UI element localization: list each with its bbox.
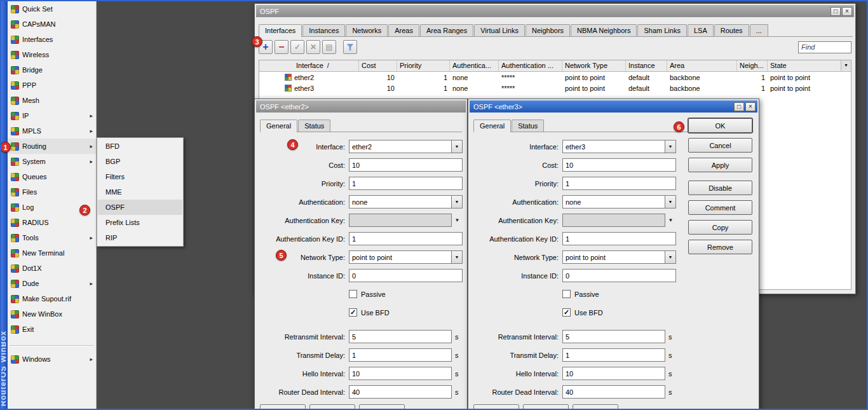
cutoff-button[interactable] [260, 404, 306, 409]
sidebar-item-exit[interactable]: Exit [8, 322, 96, 337]
disable-button[interactable]: ✕ [306, 40, 320, 54]
comment-button[interactable]: Comment [688, 200, 752, 215]
column-header-area[interactable]: Area [667, 60, 737, 71]
disable-button[interactable]: Disable [688, 181, 752, 195]
sidebar-item-files[interactable]: Files [8, 184, 96, 200]
cutoff-button[interactable] [359, 404, 405, 409]
submenu-item-bgp[interactable]: BGP [98, 154, 182, 169]
tab-nbma-neighbors[interactable]: NBMA Neighbors [571, 24, 637, 36]
sidebar-item-queues[interactable]: Queues [8, 169, 96, 184]
dropdown-arrow-icon[interactable]: ▼ [452, 140, 463, 153]
sidebar-item-capsman[interactable]: CAPsMAN [8, 17, 96, 32]
passive-checkbox[interactable] [349, 290, 357, 298]
cutoff-button[interactable] [573, 404, 618, 409]
comment-button[interactable]: ▤ [322, 40, 336, 54]
instance-id-input[interactable]: 0 [562, 269, 676, 282]
tab-area-ranges[interactable]: Area Ranges [420, 24, 473, 36]
tab-networks[interactable]: Networks [346, 24, 388, 36]
tab-status[interactable]: Status [298, 120, 330, 132]
tab-virtual-links[interactable]: Virtual Links [474, 24, 525, 36]
interface-input[interactable]: ether2 [349, 140, 452, 153]
remove-button[interactable]: Remove [688, 240, 752, 254]
apply-button[interactable]: Apply [688, 158, 752, 172]
submenu-item-filters[interactable]: Filters [98, 169, 182, 184]
dropdown-arrow-icon[interactable]: ▼ [452, 217, 463, 223]
authentication-key-input[interactable] [562, 214, 665, 227]
router-dead-interval-input[interactable]: 40 [562, 385, 665, 399]
copy-button[interactable]: Copy [688, 220, 752, 235]
cutoff-button[interactable] [523, 404, 569, 409]
authentication-input[interactable]: none [349, 195, 452, 208]
maximize-button[interactable]: □ [734, 102, 744, 111]
sidebar-item-make-supout-rif[interactable]: Make Supout.rif [8, 291, 96, 306]
tab-routes[interactable]: Routes [714, 24, 749, 36]
dropdown-arrow-icon[interactable]: ▼ [452, 195, 463, 208]
filter-button[interactable] [343, 40, 357, 54]
sidebar-item-interfaces[interactable]: Interfaces [8, 32, 96, 47]
interface-input[interactable]: ether3 [562, 140, 665, 153]
network-type-input[interactable]: point to point [562, 250, 665, 264]
dropdown-arrow-icon[interactable]: ▼ [452, 250, 463, 264]
authentication-key-id-input[interactable]: 1 [562, 232, 676, 245]
column-header-neigh[interactable]: Neigh... [737, 60, 768, 71]
sidebar-item-dude[interactable]: Dude▸ [8, 276, 96, 291]
dropdown-arrow-icon[interactable]: ▼ [665, 217, 676, 223]
tab-general[interactable]: General [473, 120, 511, 132]
tab-general[interactable]: General [260, 120, 297, 132]
sidebar-item-radius[interactable]: RADIUS [8, 215, 96, 230]
priority-input[interactable]: 1 [349, 177, 463, 190]
dropdown-arrow-icon[interactable]: ▼ [665, 250, 676, 264]
authentication-key-id-input[interactable]: 1 [349, 232, 463, 245]
tab-neighbors[interactable]: Neighbors [526, 24, 570, 36]
sidebar-item-new-winbox[interactable]: New WinBox [8, 306, 96, 322]
close-icon[interactable]: × [745, 102, 756, 111]
tab-[interactable]: ... [750, 24, 768, 36]
sidebar-item-mpls[interactable]: MPLS▸ [8, 123, 96, 139]
network-type-input[interactable]: point to point [349, 250, 452, 264]
use-bfd-checkbox[interactable]: ✓ [562, 308, 571, 317]
sidebar-item-quick-set[interactable]: Quick Set [8, 1, 96, 17]
remove-button[interactable]: − [275, 40, 288, 54]
retransmit-interval-input[interactable]: 5 [349, 330, 452, 343]
column-header-interface[interactable]: Interface/ [259, 60, 359, 71]
sidebar-item-ppp[interactable]: PPP [8, 78, 96, 93]
cutoff-button[interactable] [309, 404, 355, 409]
tab-lsa[interactable]: LSA [688, 24, 714, 36]
ospf-window-titlebar[interactable]: OSPF □ × [256, 5, 854, 17]
submenu-item-prefix-lists[interactable]: Prefix Lists [98, 215, 182, 230]
tab-instances[interactable]: Instances [302, 24, 345, 36]
sidebar-item-ip[interactable]: IP▸ [8, 108, 96, 123]
column-header-network-type[interactable]: Network Type [562, 60, 626, 71]
ok-button[interactable]: OK [688, 118, 752, 133]
sidebar-item-tools[interactable]: Tools▸ [8, 230, 96, 245]
ether2-dialog-titlebar[interactable]: OSPF <ether2> [256, 100, 466, 113]
authentication-input[interactable]: none [562, 195, 665, 208]
hello-interval-input[interactable]: 10 [562, 367, 665, 380]
submenu-item-ospf[interactable]: OSPF [98, 200, 182, 215]
cost-input[interactable]: 10 [349, 158, 463, 172]
cancel-button[interactable]: Cancel [688, 138, 752, 153]
router-dead-interval-input[interactable]: 40 [349, 385, 452, 399]
table-row-ether2[interactable]: ether2101none*****point to pointdefaultb… [259, 72, 851, 83]
sidebar-item-system[interactable]: System▸ [8, 154, 96, 169]
column-header-state[interactable]: State [768, 60, 843, 71]
enable-button[interactable]: ✓ [290, 40, 304, 54]
retransmit-interval-input[interactable]: 5 [562, 330, 665, 343]
column-header-priority[interactable]: Priority [397, 60, 450, 71]
column-header-cost[interactable]: Cost [359, 60, 397, 71]
ether3-dialog-titlebar[interactable]: OSPF <ether3> □ × [470, 100, 757, 113]
sidebar-item-bridge[interactable]: Bridge [8, 62, 96, 78]
dropdown-arrow-icon[interactable]: ▼ [665, 140, 676, 153]
instance-id-input[interactable]: 0 [349, 269, 463, 282]
tab-sham-links[interactable]: Sham Links [637, 24, 686, 36]
use-bfd-checkbox[interactable]: ✓ [349, 308, 357, 317]
column-header-authentica[interactable]: Authentica... [450, 60, 499, 71]
close-icon[interactable]: × [842, 7, 852, 16]
submenu-item-rip[interactable]: RIP [98, 230, 182, 245]
sidebar-item-dot1x[interactable]: Dot1X [8, 261, 96, 276]
tab-areas[interactable]: Areas [388, 24, 419, 36]
sidebar-item-mesh[interactable]: Mesh [8, 93, 96, 108]
transmit-delay-input[interactable]: 1 [349, 348, 452, 362]
column-header-authentication[interactable]: Authentication ... [499, 60, 562, 71]
cutoff-button[interactable] [473, 404, 519, 409]
